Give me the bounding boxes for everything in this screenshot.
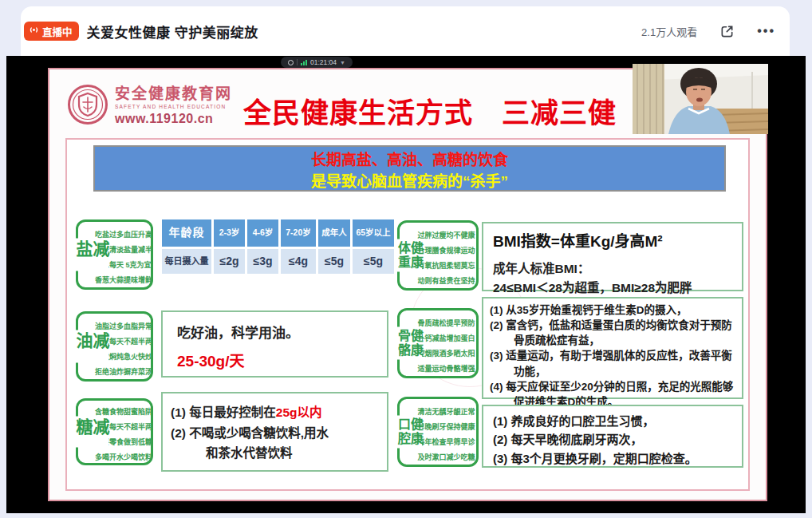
stream-status-pill[interactable]: 01:21:04 ▼ bbox=[281, 57, 353, 68]
tag-line: 适量运动骨骼增强 bbox=[416, 362, 476, 377]
oil-advice-text: 吃好油，科学用油。 bbox=[177, 322, 387, 342]
table-cell: ≤2g bbox=[214, 249, 245, 274]
tag-line: 早晚刷牙保持健康 bbox=[416, 420, 476, 435]
sugar-item-1: (1) 每日最好控制在25g以内 bbox=[171, 402, 382, 423]
table-header-cell: 年龄段 bbox=[162, 219, 211, 247]
bmi-formula: BMI指数=体重Kg/身高M² bbox=[493, 229, 734, 251]
tag-line: 每年检查早筛早诊 bbox=[416, 435, 476, 450]
table-cell: 每日摄入量 bbox=[162, 249, 211, 274]
oil-amount-text: 25-30g/天 bbox=[177, 349, 387, 370]
slide-content-frame: 长期高盐、高油、高糖的饮食 是导致心脑血管疾病的“杀手” 减盐 吃盐过多血压升高… bbox=[65, 138, 750, 491]
record-icon bbox=[288, 60, 294, 65]
tag-line: 多喝开水少喝饮料 bbox=[95, 450, 151, 465]
stream-timer: 01:21:04 bbox=[310, 58, 337, 66]
tag-line: 动则有益贵在坚持 bbox=[416, 274, 476, 289]
tag-line: 补钙减盐增加蛋白 bbox=[416, 331, 476, 346]
share-button[interactable] bbox=[719, 24, 735, 39]
share-icon bbox=[719, 24, 735, 39]
tag-line: 拒绝油炸摒弃菜汤 bbox=[95, 365, 151, 380]
live-badge-label: 直播中 bbox=[42, 24, 73, 39]
bmi-info-box: BMI指数=体重Kg/身高M² 成年人标准BMI： 24≤BMI＜28为超重，B… bbox=[482, 222, 743, 291]
network-signal-icon bbox=[301, 60, 307, 65]
tag-line: 有氧抗阻柔韧莫忘 bbox=[416, 259, 476, 274]
oil-advice-box: 吃好油，科学用油。 25-30g/天 bbox=[161, 310, 388, 378]
live-status-badge: 直播中 bbox=[24, 22, 79, 41]
tag-box-salt: 减盐 吃盐过多血压升高 口味清淡盐量减半 每人每天 5克为宜 香葱大蒜提味增鲜 bbox=[76, 219, 153, 290]
more-options-button[interactable]: ••• bbox=[757, 24, 775, 38]
banner-line1: 长期高盐、高油、高糖的饮食 bbox=[95, 150, 724, 172]
viewer-count: 2.1万人观看 bbox=[641, 24, 697, 39]
logo-name: 安全健康教育网 bbox=[115, 86, 232, 103]
bones-item: (2) 富含钙，低盐和适量蛋白质的均衡饮食对于预防骨质疏松症有益， bbox=[490, 318, 739, 348]
table-cell: ≤5g bbox=[318, 249, 350, 274]
tag-label-weight: 健康体重 bbox=[396, 239, 422, 272]
bones-item: (3) 适量运动，有助于增强肌体的反应性，改善平衡功能， bbox=[490, 348, 739, 378]
tag-box-bones: 健康骨骼 骨质疏松提早预防 补钙减盐增加蛋白 控烟限酒多晒太阳 适量运动骨骼增强 bbox=[397, 308, 479, 378]
tag-box-weight: 健康体重 过胖过瘦均不健康 合理膳食规律运动 有氧抗阻柔韧莫忘 动则有益贵在坚持 bbox=[397, 220, 479, 291]
banner-line2: 是导致心脑血管疾病的“杀手” bbox=[95, 172, 724, 192]
table-header-cell: 成年人 bbox=[318, 219, 350, 247]
slide-title: 全民健康生活方式 三减三健 bbox=[219, 90, 641, 131]
table-header-cell: 2-3岁 bbox=[214, 219, 245, 247]
tag-line: 香葱大蒜提味增鲜 bbox=[95, 273, 151, 288]
chevron-down-icon: ▼ bbox=[340, 60, 345, 65]
tag-line: 控烟限酒多晒太阳 bbox=[416, 346, 476, 362]
warning-banner: 长期高盐、高油、高糖的饮食 是导致心脑血管疾病的“杀手” bbox=[93, 145, 726, 192]
pill-divider bbox=[297, 59, 298, 65]
tag-label-mouth: 健康口腔 bbox=[396, 416, 422, 449]
mouth-advice-box: (1) 养成良好的口腔卫生习惯， (2) 每天早晚彻底刷牙两次， (3) 每3个… bbox=[482, 405, 743, 468]
sugar-advice-box: (1) 每日最好控制在25g以内 (2) 不喝或少喝含糖饮料,用水 和茶水代替饮… bbox=[161, 392, 388, 472]
live-signal-icon bbox=[29, 25, 39, 38]
mouth-item: (1) 养成良好的口腔卫生习惯， bbox=[493, 412, 737, 430]
mouth-item: (2) 每天早晚彻底刷牙两次， bbox=[493, 430, 737, 449]
salt-intake-table: 年龄段 2-3岁 4-6岁 7-20岁 成年人 65岁以上 每日摄入量 ≤2g … bbox=[162, 219, 394, 274]
live-room-header: 直播中 关爱女性健康 守护美丽绽放 2.1万人观看 ••• bbox=[21, 6, 790, 56]
table-cell: ≤5g bbox=[353, 249, 394, 274]
tag-line: 骨质疏松提早预防 bbox=[416, 316, 476, 331]
tag-box-mouth: 健康口腔 清洁无龋牙龈正常 早晚刷牙保持健康 每年检查早筛早诊 及时漱口减少吃糖 bbox=[397, 397, 479, 467]
tag-label-salt: 减盐 bbox=[75, 239, 108, 271]
sugar-item-2: (2) 不喝或少喝含糖饮料,用水 bbox=[171, 423, 382, 444]
table-header-cell: 7-20岁 bbox=[281, 219, 316, 247]
tag-line: 及时漱口减少吃糖 bbox=[416, 450, 476, 465]
bones-item: (1) 从35岁开始重视钙于维生素D的摄入， bbox=[490, 302, 739, 318]
bmi-standard-label: 成年人标准BMI： bbox=[493, 259, 734, 276]
tag-line: 合理膳食规律运动 bbox=[416, 243, 476, 259]
mouth-item: (3) 每3个月更换牙刷，定期口腔检查。 bbox=[493, 449, 737, 468]
tag-label-bones: 健康骨骼 bbox=[396, 327, 422, 360]
sugar-item-2-cont: 和茶水代替饮料 bbox=[171, 443, 382, 464]
table-cell: ≤3g bbox=[247, 249, 278, 274]
video-stage[interactable]: 01:21:04 ▼ 安全健康教育网 SAFETY AND HEALTH EDU… bbox=[6, 56, 806, 513]
bones-advice-box: (1) 从35岁开始重视钙于维生素D的摄入， (2) 富含钙，低盐和适量蛋白质的… bbox=[482, 297, 743, 399]
table-header-cell: 65岁以上 bbox=[353, 219, 394, 247]
tag-box-oil: 减油 油脂过多血脂异常 每人每天不超半两 蒸煮焖炖急火快炒 拒绝油炸摒弃菜汤 bbox=[76, 311, 153, 382]
table-cell: ≤4g bbox=[281, 249, 316, 274]
tag-line: 过胖过瘦均不健康 bbox=[416, 228, 476, 243]
site-logo: 安全健康教育网 SAFETY AND HEALTH EDUCATION www.… bbox=[67, 77, 232, 135]
tag-label-sugar: 减糖 bbox=[75, 417, 108, 448]
logo-tagline: SAFETY AND HEALTH EDUCATION bbox=[115, 104, 232, 109]
tag-box-sugar: 减糖 含糖食物甜蜜陷阱 每人每天不超半两 三餐零食做到低糖 多喝开水少喝饮料 bbox=[76, 398, 153, 465]
logo-url: www.119120.cn bbox=[115, 112, 232, 126]
room-title: 关爱女性健康 守护美丽绽放 bbox=[87, 22, 258, 42]
tag-label-oil: 减油 bbox=[75, 330, 108, 363]
presenter-webcam[interactable] bbox=[633, 64, 768, 134]
table-header-cell: 4-6岁 bbox=[247, 219, 278, 247]
logo-emblem-icon bbox=[67, 84, 108, 129]
tag-line: 清洁无龋牙龈正常 bbox=[416, 405, 476, 420]
bmi-standard-value: 24≤BMI＜28为超重，BMI≥28为肥胖 bbox=[493, 278, 734, 295]
